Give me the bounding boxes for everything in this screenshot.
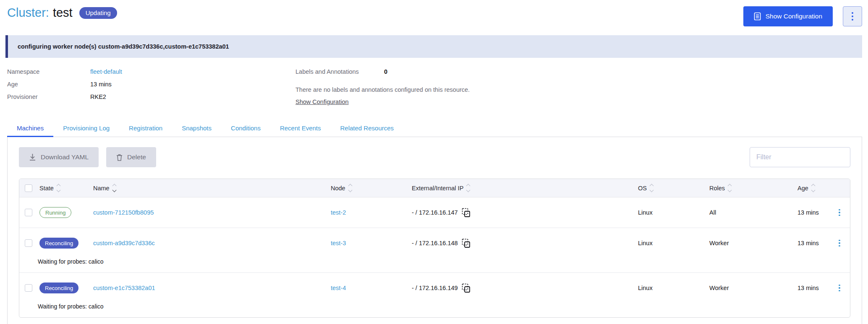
vertical-dots-icon	[852, 12, 853, 14]
state-badge: Reconciling	[39, 238, 78, 249]
tab-conditions[interactable]: Conditions	[221, 119, 270, 137]
node-cell: test-3	[325, 240, 409, 246]
row-checkbox[interactable]	[25, 209, 32, 216]
table-row-main: Reconcilingcustom-e1c753382a01test-4- / …	[19, 273, 850, 303]
filter-input[interactable]	[750, 147, 850, 167]
metadata-label: Age	[7, 78, 90, 91]
status-badge: Updating	[79, 7, 117, 19]
sort-carets-icon[interactable]	[57, 184, 60, 192]
vertical-dots-icon	[839, 285, 840, 286]
select-all-checkbox[interactable]	[25, 184, 32, 192]
machines-panel: Download YAML Delete StateNameNodeEx	[7, 137, 862, 324]
ip-cell: - / 172.16.16.148	[409, 238, 619, 248]
cluster-type-label: Cluster:	[7, 6, 49, 20]
column-header-name[interactable]: Name	[92, 184, 325, 192]
sort-carets-icon[interactable]	[113, 184, 116, 192]
state-badge: Reconciling	[39, 283, 78, 293]
machine-name-link[interactable]: custom-712150fb8095	[93, 209, 154, 216]
header-actions: Show Configuration	[743, 6, 862, 26]
ip-cell: - / 172.16.16.147	[409, 208, 619, 218]
copy-icon[interactable]	[462, 238, 471, 248]
table-row: Reconcilingcustom-e1c753382a01test-4- / …	[19, 272, 850, 317]
column-header-roles[interactable]: Roles	[690, 184, 779, 192]
column-header-os[interactable]: OS	[619, 184, 690, 192]
os-value: Linux	[638, 285, 653, 291]
column-header-ip[interactable]: External/Internal IP	[409, 184, 619, 192]
node-link[interactable]: test-4	[331, 285, 346, 291]
download-icon	[29, 153, 36, 161]
header-checkbox-cell	[19, 184, 38, 192]
show-configuration-link[interactable]: Show Configuration	[295, 96, 349, 108]
state-cell: Running	[38, 207, 92, 218]
copy-icon[interactable]	[462, 283, 471, 293]
vertical-dots-icon	[839, 209, 840, 211]
tab-snapshots[interactable]: Snapshots	[172, 119, 221, 137]
metadata-label: Namespace	[7, 65, 90, 78]
ip-value: - / 172.16.16.149	[412, 285, 458, 291]
os-cell: Linux	[619, 285, 690, 291]
tab-related-resources[interactable]: Related Resources	[331, 119, 404, 137]
metadata-value: RKE2	[90, 91, 106, 103]
trash-icon	[116, 154, 123, 161]
tab-provisioning-log[interactable]: Provisioning Log	[53, 119, 119, 137]
row-checkbox-cell	[19, 239, 38, 247]
state-cell: Reconciling	[38, 238, 92, 249]
header-kebab-menu-button[interactable]	[843, 6, 862, 26]
download-yaml-label: Download YAML	[41, 153, 89, 161]
node-link[interactable]: test-3	[331, 240, 346, 246]
state-badge: Running	[39, 207, 71, 218]
age-value: 13 mins	[797, 285, 819, 291]
delete-button[interactable]: Delete	[106, 147, 156, 167]
row-checkbox[interactable]	[25, 239, 32, 247]
column-label: State	[39, 185, 54, 192]
name-cell: custom-712150fb8095	[92, 209, 325, 216]
machine-name-link[interactable]: custom-a9d39c7d336c	[93, 240, 155, 246]
sort-carets-icon[interactable]	[812, 184, 815, 192]
row-actions-cell	[829, 237, 850, 249]
node-link[interactable]: test-2	[331, 209, 346, 216]
metadata-row: Namespacefleet-default	[7, 65, 295, 78]
row-kebab-menu-button[interactable]	[833, 237, 846, 249]
metadata-section: Namespacefleet-defaultAge13 minsProvisio…	[7, 65, 862, 108]
row-checkbox[interactable]	[25, 284, 32, 292]
metadata-fields: Namespacefleet-defaultAge13 minsProvisio…	[7, 65, 295, 108]
table-header-row: StateNameNodeExternal/Internal IPOSRoles…	[19, 179, 850, 197]
show-configuration-label: Show Configuration	[766, 13, 822, 20]
column-label: External/Internal IP	[412, 185, 463, 192]
state-cell: Reconciling	[38, 283, 92, 293]
tab-bar: MachinesProvisioning LogRegistrationSnap…	[7, 119, 862, 137]
metadata-value: 13 mins	[90, 78, 112, 91]
metadata-label: Provisioner	[7, 91, 90, 103]
tab-machines[interactable]: Machines	[7, 119, 53, 137]
roles-value: Worker	[709, 285, 729, 291]
table-row-main: Runningcustom-712150fb8095test-2- / 172.…	[19, 197, 850, 228]
sort-carets-icon[interactable]	[349, 184, 352, 192]
table-row-main: Reconcilingcustom-a9d39c7d336ctest-3- / …	[19, 228, 850, 258]
info-banner: configuring worker node(s) custom-a9d39c…	[5, 35, 862, 58]
row-status-message: Waiting for probes: calico	[19, 258, 850, 272]
tab-registration[interactable]: Registration	[119, 119, 172, 137]
page-title: Cluster: test Updating	[7, 6, 117, 20]
document-icon	[754, 12, 761, 21]
row-kebab-menu-button[interactable]	[833, 282, 846, 294]
sort-carets-icon[interactable]	[467, 184, 470, 192]
tab-recent-events[interactable]: Recent Events	[270, 119, 331, 137]
sort-carets-icon[interactable]	[728, 184, 731, 192]
column-header-state[interactable]: State	[38, 184, 92, 192]
metadata-value-link[interactable]: fleet-default	[90, 65, 122, 78]
cluster-name: test	[53, 6, 73, 20]
row-kebab-menu-button[interactable]	[833, 206, 846, 219]
machine-name-link[interactable]: custom-e1c753382a01	[93, 285, 155, 291]
column-header-age[interactable]: Age	[779, 184, 829, 192]
copy-icon[interactable]	[462, 208, 471, 218]
machines-table: StateNameNodeExternal/Internal IPOSRoles…	[19, 179, 850, 318]
download-yaml-button[interactable]: Download YAML	[19, 147, 99, 167]
roles-cell: Worker	[690, 240, 779, 246]
sort-carets-icon[interactable]	[650, 184, 653, 192]
os-cell: Linux	[619, 209, 690, 216]
column-label: Roles	[709, 185, 725, 192]
show-configuration-button[interactable]: Show Configuration	[743, 6, 833, 26]
column-header-node[interactable]: Node	[325, 184, 409, 192]
name-cell: custom-a9d39c7d336c	[92, 240, 325, 246]
os-value: Linux	[638, 209, 653, 216]
